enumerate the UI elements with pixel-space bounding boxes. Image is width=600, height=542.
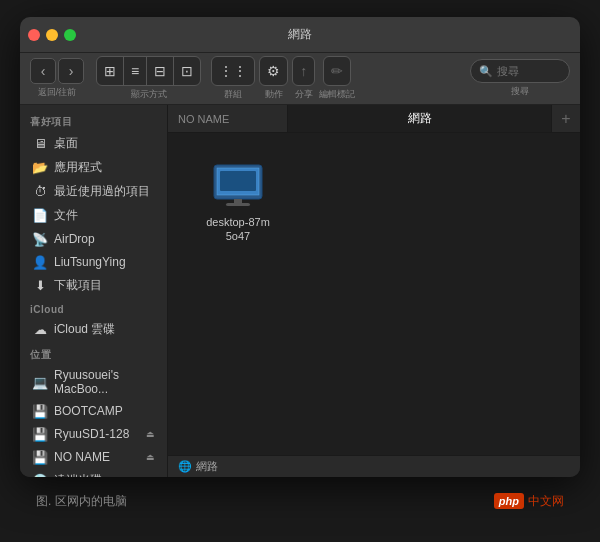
list-view-button[interactable]: ≡ bbox=[124, 57, 147, 85]
file-content-area: desktop-87m5o47 bbox=[168, 133, 580, 455]
tab-bar: NO NAME 網路 + bbox=[168, 105, 580, 133]
group-label: 群組 bbox=[224, 88, 242, 101]
minimize-button[interactable] bbox=[46, 29, 58, 41]
sidebar-item-user[interactable]: 👤 LiuTsungYing bbox=[24, 251, 163, 273]
gallery-view-button[interactable]: ⊡ bbox=[174, 57, 200, 85]
sidebar-item-ryuusd[interactable]: 💾 RyuuSD1-128 ⏏ bbox=[24, 423, 163, 445]
sidebar-item-bootcamp[interactable]: 💾 BOOTCAMP bbox=[24, 400, 163, 422]
traffic-lights bbox=[28, 29, 76, 41]
sidebar-item-apps[interactable]: 📂 應用程式 bbox=[24, 156, 163, 179]
search-icon: 🔍 bbox=[479, 65, 493, 78]
airdrop-icon: 📡 bbox=[32, 231, 48, 247]
add-tab-button[interactable]: + bbox=[552, 105, 580, 132]
back-button[interactable]: ‹ bbox=[30, 58, 56, 84]
favorites-section-label: 喜好項目 bbox=[20, 109, 167, 131]
sidebar-item-desktop[interactable]: 🖥 桌面 bbox=[24, 132, 163, 155]
sidebar-item-macbook[interactable]: 💻 Ryuusouei's MacBoo... bbox=[24, 365, 163, 399]
column-view-button[interactable]: ⊟ bbox=[147, 57, 174, 85]
bootcamp-icon: 💾 bbox=[32, 403, 48, 419]
downloads-icon: ⬇ bbox=[32, 278, 48, 294]
status-text: 網路 bbox=[196, 459, 218, 474]
eject-icon[interactable]: ⏏ bbox=[146, 429, 155, 439]
svg-rect-5 bbox=[220, 171, 256, 191]
title-bar: 網路 bbox=[20, 17, 580, 53]
edit-tags-button[interactable]: ✏ bbox=[324, 57, 350, 85]
sidebar-item-dvd[interactable]: 💿 遠端光碟 bbox=[24, 469, 163, 477]
sidebar-item-noname[interactable]: 💾 NO NAME ⏏ bbox=[24, 446, 163, 468]
sidebar: 喜好項目 🖥 桌面 📂 應用程式 ⏱ 最近使用過的項目 📄 文件 📡 AirDr… bbox=[20, 105, 168, 477]
search-input[interactable] bbox=[497, 65, 561, 77]
action-label: 動作 bbox=[265, 88, 283, 101]
monitor-svg bbox=[210, 163, 266, 211]
icloud-section-label: iCloud bbox=[20, 298, 167, 317]
bottom-bar: 图. 区网内的电脑 php 中文网 bbox=[20, 477, 580, 525]
sidebar-item-airdrop[interactable]: 📡 AirDrop bbox=[24, 228, 163, 250]
fullscreen-button[interactable] bbox=[64, 29, 76, 41]
search-box[interactable]: 🔍 bbox=[470, 59, 570, 83]
window-title: 網路 bbox=[288, 26, 312, 43]
php-badge: php bbox=[494, 493, 524, 509]
share-button[interactable]: ↑ bbox=[293, 57, 314, 85]
edit-label: 編輯標記 bbox=[319, 88, 355, 101]
action-button[interactable]: ⚙ bbox=[260, 57, 287, 85]
main-area: 喜好項目 🖥 桌面 📂 應用程式 ⏱ 最近使用過的項目 📄 文件 📡 AirDr… bbox=[20, 105, 580, 477]
desktop-icon: 🖥 bbox=[32, 136, 48, 152]
content-pane: NO NAME 網路 + bbox=[168, 105, 580, 477]
ryuusd-icon: 💾 bbox=[32, 426, 48, 442]
sidebar-item-downloads[interactable]: ⬇ 下載項目 bbox=[24, 274, 163, 297]
status-network-icon: 🌐 bbox=[178, 460, 192, 473]
apps-icon: 📂 bbox=[32, 160, 48, 176]
recent-icon: ⏱ bbox=[32, 184, 48, 200]
file-name-label: desktop-87m5o47 bbox=[206, 215, 270, 244]
locations-section-label: 位置 bbox=[20, 342, 167, 364]
status-bar: 🌐 網路 bbox=[168, 455, 580, 477]
sidebar-item-documents[interactable]: 📄 文件 bbox=[24, 204, 163, 227]
icon-view-button[interactable]: ⊞ bbox=[97, 57, 124, 85]
toolbar: ‹ › 返回/往前 ⊞ ≡ ⊟ ⊡ 顯示方式 ⋮⋮ 群組 bbox=[20, 53, 580, 105]
file-item-desktop87m[interactable]: desktop-87m5o47 bbox=[198, 163, 278, 244]
user-icon: 👤 bbox=[32, 254, 48, 270]
share-label: 分享 bbox=[295, 88, 313, 101]
nav-label: 返回/往前 bbox=[38, 86, 77, 99]
icloud-icon: ☁ bbox=[32, 322, 48, 338]
documents-icon: 📄 bbox=[32, 208, 48, 224]
svg-rect-2 bbox=[234, 199, 242, 203]
network-tab[interactable]: 網路 bbox=[288, 105, 552, 132]
macbook-icon: 💻 bbox=[32, 374, 48, 390]
file-icon-monitor bbox=[210, 163, 266, 211]
group-button[interactable]: ⋮⋮ bbox=[212, 57, 254, 85]
eject-noname-icon[interactable]: ⏏ bbox=[146, 452, 155, 462]
no-name-label: NO NAME bbox=[168, 105, 288, 132]
watermark: php 中文网 bbox=[494, 493, 564, 510]
sidebar-item-icloud-drive[interactable]: ☁ iCloud 雲碟 bbox=[24, 318, 163, 341]
noname-icon: 💾 bbox=[32, 449, 48, 465]
sidebar-item-recent[interactable]: ⏱ 最近使用過的項目 bbox=[24, 180, 163, 203]
forward-button[interactable]: › bbox=[58, 58, 84, 84]
caption-text: 图. 区网内的电脑 bbox=[36, 493, 127, 510]
search-label: 搜尋 bbox=[511, 85, 529, 98]
display-label: 顯示方式 bbox=[131, 88, 167, 101]
close-button[interactable] bbox=[28, 29, 40, 41]
svg-rect-3 bbox=[226, 203, 250, 206]
watermark-label: 中文网 bbox=[528, 493, 564, 510]
